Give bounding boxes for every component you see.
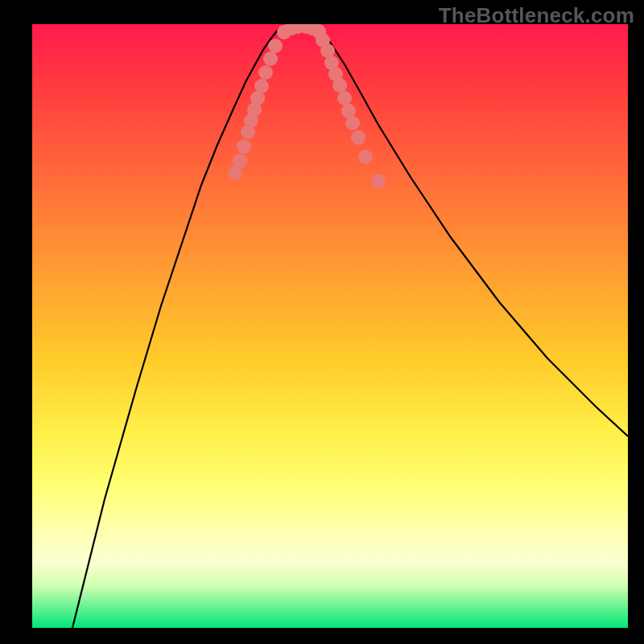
data-marker (233, 154, 247, 168)
data-marker (254, 79, 269, 93)
data-marker (371, 174, 386, 188)
plot-area (32, 24, 628, 628)
data-marker (345, 116, 360, 130)
chart-frame: TheBottleneck.com (0, 0, 644, 644)
data-marker (332, 78, 347, 93)
data-marker (351, 130, 365, 145)
watermark-text: TheBottleneck.com (439, 3, 634, 28)
data-marker (337, 91, 352, 105)
data-marker (268, 39, 283, 53)
marker-group (228, 24, 386, 188)
data-marker (237, 139, 251, 154)
chart-svg (32, 24, 628, 628)
data-marker (358, 150, 373, 164)
data-marker (258, 65, 273, 80)
data-marker (263, 52, 278, 66)
